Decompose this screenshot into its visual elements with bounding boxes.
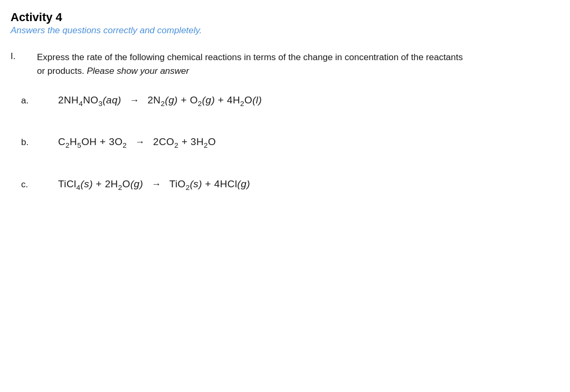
- reaction-row-a: a. 2NH4NO3(aq) → 2N2(g) + O2(g) + 4H2O(l…: [21, 94, 554, 108]
- activity-block: Activity 4 Answers the questions correct…: [11, 11, 554, 192]
- reactions-section: a. 2NH4NO3(aq) → 2N2(g) + O2(g) + 4H2O(l…: [16, 94, 554, 192]
- activity-title: Activity 4: [11, 11, 554, 24]
- reaction-row-b: b. C2H5OH + 3O2 → 2CO2 + 3H2O: [21, 136, 554, 149]
- reaction-equation-b: C2H5OH + 3O2 → 2CO2 + 3H2O: [58, 136, 216, 149]
- reaction-equation-a: 2NH4NO3(aq) → 2N2(g) + O2(g) + 4H2O(l): [58, 94, 262, 108]
- question-main: I. Express the rate of the following che…: [11, 51, 554, 79]
- question-text-italic: Please show your answer: [87, 66, 189, 76]
- question-number: I.: [11, 51, 37, 62]
- reaction-label-a: a.: [21, 95, 58, 106]
- reaction-label-b: b.: [21, 137, 58, 148]
- question-text: Express the rate of the following chemic…: [37, 51, 470, 79]
- activity-subtitle: Answers the questions correctly and comp…: [11, 25, 554, 36]
- reaction-row-c: c. TiCl4(s) + 2H2O(g) → TiO2(s) + 4HCl(g…: [21, 178, 554, 192]
- question-text-main: Express the rate of the following chemic…: [37, 52, 463, 76]
- reaction-label-c: c.: [21, 179, 58, 190]
- reaction-equation-c: TiCl4(s) + 2H2O(g) → TiO2(s) + 4HCl(g): [58, 178, 250, 192]
